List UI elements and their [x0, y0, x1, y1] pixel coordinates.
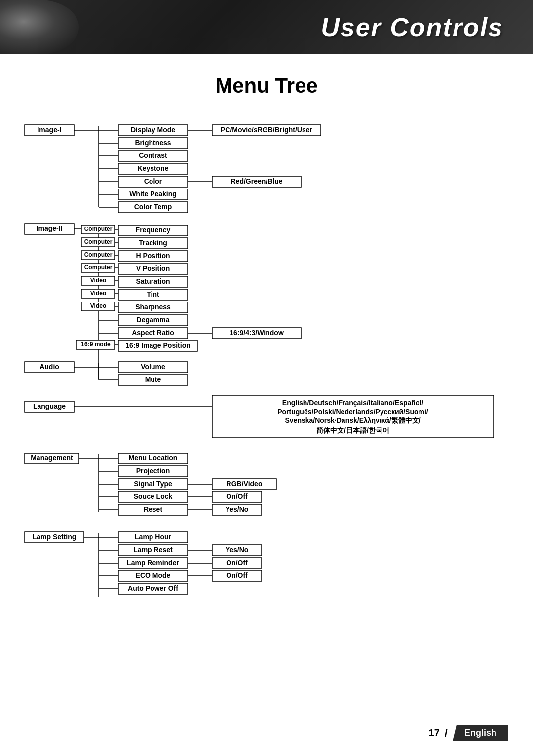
svg-text:RGB/Video: RGB/Video: [227, 480, 263, 488]
svg-text:Sharpness: Sharpness: [135, 303, 171, 311]
svg-text:Tint: Tint: [147, 290, 159, 298]
svg-text:Svenska/Norsk·Dansk/Ελληνικά/繁: Svenska/Norsk·Dansk/Ελληνικά/繁體中文/: [285, 416, 420, 424]
svg-text:Computer: Computer: [84, 251, 113, 258]
svg-text:Management: Management: [31, 454, 73, 462]
svg-text:V Position: V Position: [136, 265, 170, 272]
svg-text:Audio: Audio: [39, 363, 59, 371]
svg-text:Souce Lock: Souce Lock: [134, 492, 173, 500]
svg-text:On/Off: On/Off: [226, 492, 248, 500]
svg-text:Lamp Setting: Lamp Setting: [33, 533, 76, 541]
svg-text:Lamp Hour: Lamp Hour: [135, 533, 171, 541]
svg-text:Yes/No: Yes/No: [226, 505, 249, 513]
svg-text:Auto Power Off: Auto Power Off: [128, 584, 178, 592]
svg-text:Degamma: Degamma: [137, 316, 170, 324]
svg-text:Brightness: Brightness: [135, 139, 171, 147]
lens-decoration: [0, 0, 79, 54]
svg-text:Projection: Projection: [136, 467, 170, 475]
svg-text:16:9/4:3/Window: 16:9/4:3/Window: [229, 329, 284, 337]
svg-text:Image-II: Image-II: [37, 225, 63, 232]
svg-text:Português/Polski/Nederlands/Ру: Português/Polski/Nederlands/Русский/Suom…: [277, 408, 428, 416]
svg-text:Computer: Computer: [84, 226, 113, 232]
page-header-title: User Controls: [321, 12, 503, 42]
svg-text:English/Deutsch/Français/Itali: English/Deutsch/Français/Italiano/Españo…: [282, 399, 423, 407]
svg-text:PC/Movie/sRGB/Bright/User: PC/Movie/sRGB/Bright/User: [221, 126, 312, 134]
svg-text:H Position: H Position: [136, 252, 170, 260]
svg-text:White Peaking: White Peaking: [129, 190, 177, 198]
image1-label: Image-I: [37, 126, 61, 134]
svg-text:Video: Video: [90, 302, 106, 309]
page-title: Menu Tree: [0, 74, 533, 98]
tree-svg: Image-I Display Mode PC/Movie/sRGB/Brigh…: [20, 117, 513, 685]
svg-text:Mute: Mute: [145, 376, 161, 383]
svg-text:Saturation: Saturation: [136, 277, 170, 285]
language-label: English: [453, 725, 508, 741]
svg-text:Aspect Ratio: Aspect Ratio: [132, 329, 174, 337]
svg-text:Keystone: Keystone: [137, 164, 168, 172]
svg-text:Computer: Computer: [84, 264, 113, 271]
svg-text:ECO Mode: ECO Mode: [136, 571, 171, 579]
svg-text:Video: Video: [90, 290, 106, 297]
svg-text:Yes/No: Yes/No: [226, 546, 249, 554]
svg-text:Language: Language: [33, 402, 66, 410]
footer-slash: /: [445, 727, 448, 740]
svg-text:Frequency: Frequency: [136, 226, 171, 234]
svg-text:Video: Video: [90, 277, 106, 284]
svg-text:Contrast: Contrast: [139, 151, 167, 159]
menu-tree: Image-I Display Mode PC/Movie/sRGB/Brigh…: [0, 113, 533, 726]
svg-text:Display Mode: Display Mode: [131, 126, 175, 134]
svg-text:Red/Green/Blue: Red/Green/Blue: [230, 177, 282, 185]
svg-text:Reset: Reset: [144, 505, 162, 513]
svg-text:Lamp Reset: Lamp Reset: [133, 546, 173, 554]
svg-text:Tracking: Tracking: [139, 239, 167, 247]
svg-text:On/Off: On/Off: [226, 559, 248, 567]
footer: 17 / English: [429, 725, 508, 741]
svg-text:Computer: Computer: [84, 238, 113, 245]
svg-text:Lamp Reminder: Lamp Reminder: [127, 559, 179, 567]
svg-text:Menu Location: Menu Location: [129, 454, 178, 462]
page-number: 17: [429, 727, 440, 739]
svg-text:Color Temp: Color Temp: [134, 203, 172, 211]
svg-text:Signal Type: Signal Type: [134, 480, 172, 488]
svg-text:16:9 Image Position: 16:9 Image Position: [125, 341, 190, 349]
header: User Controls: [0, 0, 533, 54]
svg-text:16:9 mode: 16:9 mode: [81, 341, 111, 348]
svg-text:On/Off: On/Off: [226, 571, 248, 579]
svg-text:Color: Color: [144, 177, 162, 185]
svg-text:Volume: Volume: [141, 363, 165, 371]
svg-text:简体中文/日本語/한국어: 简体中文/日本語/한국어: [316, 426, 389, 434]
